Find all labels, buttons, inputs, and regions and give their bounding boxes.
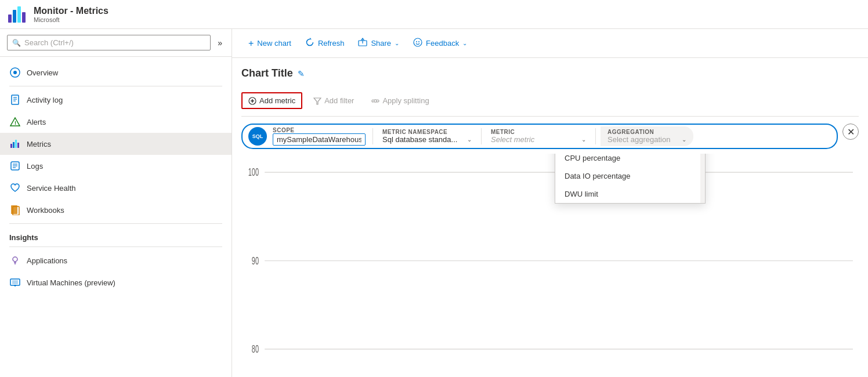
add-filter-button[interactable]: Add filter	[307, 93, 360, 108]
metric-select[interactable]: Select metric ⌄	[491, 135, 586, 144]
namespace-select[interactable]: Sql database standa... ⌄	[382, 135, 472, 144]
feedback-chevron-icon: ⌄	[462, 40, 467, 46]
chart-grid: 100 90 80 BASIC Active queries Blocked b…	[241, 154, 859, 368]
chart-icon	[9, 138, 21, 150]
scope-label: SCOPE	[273, 127, 363, 133]
aggregation-chevron-icon: ⌄	[682, 136, 686, 143]
collapse-sidebar-button[interactable]: »	[215, 36, 225, 50]
feedback-button[interactable]: Feedback ⌄	[406, 34, 474, 52]
alert-icon: !	[9, 116, 21, 128]
apply-splitting-button[interactable]: Apply splitting	[365, 93, 435, 108]
heart-icon	[9, 182, 21, 194]
sidebar-divider-2	[9, 223, 222, 224]
sidebar-item-activity-log[interactable]: Activity log	[0, 89, 232, 111]
app-title: Monitor - Metrics	[34, 6, 108, 16]
share-icon	[358, 38, 367, 49]
svg-rect-14	[15, 140, 17, 148]
svg-text:100: 100	[248, 167, 259, 178]
metric-placeholder: Select metric	[491, 135, 534, 144]
workbooks-label: Workbooks	[27, 206, 64, 215]
svg-rect-27	[12, 280, 18, 284]
applications-label: Applications	[27, 256, 67, 265]
svg-rect-3	[22, 12, 26, 23]
svg-rect-12	[10, 144, 12, 148]
scope-input[interactable]	[273, 133, 366, 146]
apply-splitting-icon	[371, 97, 379, 105]
dropdown-item-cpu-percentage[interactable]: CPU percentage	[555, 154, 705, 167]
feedback-label: Feedback	[426, 39, 459, 48]
plus-icon: +	[248, 38, 254, 49]
search-box[interactable]: 🔍 Search (Ctrl+/)	[7, 35, 211, 50]
logs-label: Logs	[27, 162, 43, 171]
svg-rect-6	[12, 95, 19, 104]
share-chevron-icon: ⌄	[395, 40, 399, 46]
apply-splitting-label: Apply splitting	[382, 96, 429, 105]
sidebar: 🔍 Search (Ctrl+/) » Overview Activity lo…	[0, 29, 232, 377]
sidebar-item-overview[interactable]: Overview	[0, 61, 232, 84]
search-icon: 🔍	[12, 39, 21, 47]
app-logo: Monitor - Metrics Microsoft	[7, 4, 108, 25]
aggregation-label: AGGREGATION	[607, 129, 684, 135]
add-metric-button[interactable]: Add metric	[241, 92, 302, 109]
dropdown-item-data-io-percentage[interactable]: Data IO percentage	[555, 167, 705, 185]
dropdown-item-dwu-limit[interactable]: DWU limit	[555, 185, 705, 203]
metrics-label: Metrics	[27, 140, 51, 148]
svg-rect-2	[17, 6, 21, 23]
circle-icon	[9, 67, 21, 78]
aggregation-select[interactable]: Select aggregation ⌄	[607, 135, 686, 144]
vm-icon	[9, 277, 21, 288]
sidebar-divider-3	[9, 246, 222, 247]
sidebar-item-workbooks[interactable]: Workbooks	[0, 199, 232, 221]
namespace-label: METRIC NAMESPACE	[382, 129, 469, 135]
sidebar-item-logs[interactable]: Logs	[0, 155, 232, 177]
svg-rect-13	[13, 142, 15, 148]
svg-point-39	[372, 100, 374, 102]
svg-marker-38	[314, 98, 321, 104]
new-chart-button[interactable]: + New chart	[241, 35, 298, 52]
svg-point-22	[13, 257, 17, 262]
refresh-label: Refresh	[318, 39, 345, 48]
chart-title: Chart Title	[241, 67, 293, 79]
share-button[interactable]: Share ⌄	[351, 34, 406, 52]
sidebar-item-metrics[interactable]: Metrics	[0, 133, 232, 155]
svg-text:!: !	[15, 120, 16, 126]
app-subtitle: Microsoft	[34, 16, 108, 23]
alerts-label: Alerts	[27, 118, 46, 126]
share-label: Share	[371, 39, 391, 48]
metric-chevron-icon: ⌄	[581, 136, 586, 143]
app-title-block: Monitor - Metrics Microsoft	[34, 6, 108, 23]
svg-text:80: 80	[252, 344, 259, 355]
add-metric-label: Add metric	[259, 96, 295, 105]
remove-metric-button[interactable]: ✕	[842, 124, 859, 140]
metric-dropdown: BASIC Active queries Blocked by Firewall…	[555, 154, 706, 204]
sidebar-item-applications[interactable]: Applications	[0, 249, 232, 271]
aggregation-placeholder: Select aggregation	[607, 135, 670, 144]
chart-area: Chart Title ✎ Add metric Add filter Appl…	[232, 58, 868, 377]
svg-point-33	[416, 41, 417, 42]
refresh-button[interactable]: Refresh	[298, 34, 352, 52]
metric-group: METRIC Select metric ⌄	[486, 129, 591, 144]
app-header: Monitor - Metrics Microsoft	[0, 0, 868, 29]
app-logo-icon	[7, 4, 28, 25]
svg-point-32	[414, 38, 422, 46]
namespace-value: Sql database standa...	[382, 135, 457, 144]
content-area: + New chart Refresh Share ⌄	[232, 29, 868, 377]
chart-title-row: Chart Title ✎	[241, 67, 859, 79]
field-separator-3	[595, 128, 596, 144]
search-placeholder: Search (Ctrl+/)	[24, 38, 74, 47]
main-layout: 🔍 Search (Ctrl+/) » Overview Activity lo…	[0, 29, 868, 377]
sidebar-item-service-health[interactable]: Service Health	[0, 177, 232, 199]
sidebar-divider-1	[9, 86, 222, 86]
field-separator-2	[481, 128, 482, 144]
edit-title-icon[interactable]: ✎	[298, 69, 305, 78]
sidebar-item-virtual-machines[interactable]: Virtual Machines (preview)	[0, 271, 232, 293]
workbooks-icon	[9, 204, 21, 216]
bulb-icon	[9, 255, 21, 266]
metric-label: METRIC	[491, 129, 584, 135]
feedback-icon	[413, 38, 422, 49]
svg-text:90: 90	[252, 255, 259, 266]
scope-sql-icon: SQL	[248, 127, 267, 146]
sidebar-nav: Overview Activity log ! Alerts	[0, 57, 232, 298]
sidebar-item-alerts[interactable]: ! Alerts	[0, 111, 232, 133]
field-separator-1	[372, 128, 373, 144]
